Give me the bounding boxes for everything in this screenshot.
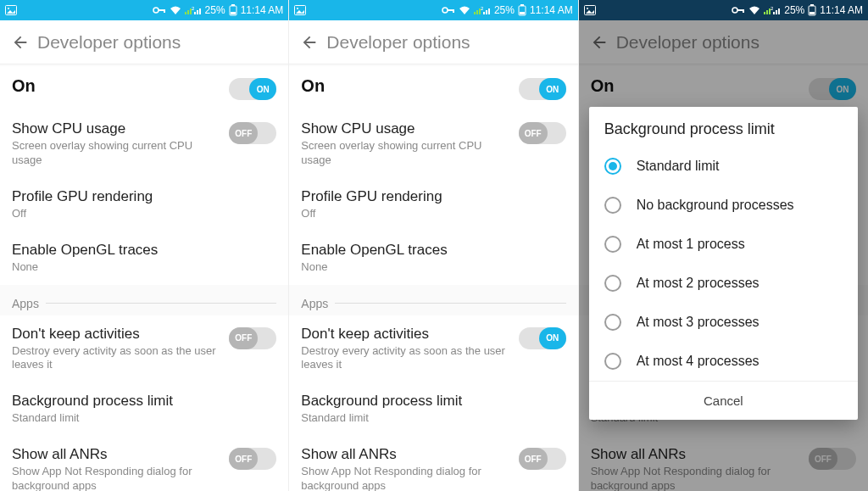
status-bar: 2 25% 11:14 AM	[289, 0, 577, 20]
option-2-processes[interactable]: At most 2 processes	[589, 264, 858, 303]
svg-rect-10	[197, 10, 198, 14]
master-toggle[interactable]: ON	[229, 78, 276, 100]
cpu-toggle[interactable]: OFF	[229, 122, 276, 144]
svg-text:2: 2	[771, 6, 774, 11]
dialog-title: Background process limit	[589, 107, 858, 147]
on-label: On	[12, 76, 220, 96]
keep-toggle[interactable]: ON	[519, 327, 566, 349]
battery-icon	[229, 4, 237, 16]
screen-3: 2 25% 11:14 AM Developer options On ON S…	[579, 0, 868, 491]
svg-rect-21	[476, 10, 478, 14]
cancel-button[interactable]: Cancel	[589, 381, 858, 420]
signal-icon: 2	[474, 6, 491, 15]
option-4-processes[interactable]: At most 4 processes	[589, 342, 858, 381]
radio-icon	[604, 275, 621, 292]
key-icon	[153, 6, 166, 14]
svg-rect-5	[185, 12, 186, 14]
row-cpu[interactable]: Show CPU usage Screen overlay showing cu…	[289, 110, 577, 178]
svg-point-17	[442, 8, 448, 13]
wifi-icon	[459, 6, 470, 15]
anr-toggle[interactable]: OFF	[229, 448, 276, 470]
wifi-icon	[748, 6, 760, 15]
bgl-title: Background process limit	[12, 393, 268, 410]
svg-rect-39	[773, 12, 775, 14]
anr-sub: Show App Not Responding dialog for backg…	[301, 465, 509, 491]
clock-text: 11:14 AM	[530, 4, 573, 16]
option-1-process[interactable]: At most 1 process	[589, 225, 858, 264]
svg-rect-43	[810, 4, 814, 6]
svg-rect-6	[187, 10, 189, 14]
svg-rect-4	[164, 9, 165, 13]
svg-rect-40	[776, 10, 777, 14]
status-bar: 2 25% 11:14 AM	[0, 0, 288, 20]
keep-title: Don't keep activities	[12, 326, 220, 343]
battery-text: 25%	[494, 4, 515, 16]
row-bg-limit[interactable]: Background process limit Standard limit	[289, 382, 577, 436]
svg-point-32	[732, 8, 737, 13]
row-keep-activities[interactable]: Don't keep activities Destroy every acti…	[289, 315, 577, 383]
image-icon	[584, 5, 596, 15]
svg-rect-26	[488, 8, 490, 14]
screen-1: 2 25% 11:14 AM Developer options On ON	[0, 0, 289, 491]
battery-text: 25%	[205, 4, 225, 16]
battery-icon	[808, 4, 816, 16]
wifi-icon	[170, 6, 181, 15]
screen-2: 2 25% 11:14 AM Developer options On ON S…	[289, 0, 578, 491]
svg-rect-44	[810, 12, 815, 14]
opengl-title: Enable OpenGL traces	[301, 242, 557, 259]
row-anr[interactable]: Show all ANRs Show App Not Responding di…	[289, 436, 577, 491]
keep-toggle[interactable]: OFF	[229, 327, 276, 349]
option-standard-limit[interactable]: Standard limit	[589, 147, 858, 186]
header: Developer options	[0, 20, 288, 64]
page-title: Developer options	[37, 32, 181, 53]
clock-text: 11:14 AM	[241, 4, 284, 16]
svg-rect-41	[778, 8, 780, 14]
row-gpu[interactable]: Profile GPU rendering Off	[0, 178, 288, 232]
row-bg-limit[interactable]: Background process limit Standard limit	[0, 382, 288, 436]
opengl-title: Enable OpenGL traces	[12, 242, 268, 259]
master-toggle-row: On ON	[0, 66, 288, 110]
gpu-title: Profile GPU rendering	[301, 188, 557, 205]
svg-rect-29	[520, 12, 525, 14]
page-title: Developer options	[326, 32, 470, 53]
row-opengl[interactable]: Enable OpenGL traces None	[0, 232, 288, 285]
option-no-bg[interactable]: No background processes	[589, 186, 858, 225]
master-toggle-row: On ON	[289, 66, 577, 110]
row-cpu[interactable]: Show CPU usage Screen overlay showing cu…	[0, 110, 288, 178]
cpu-toggle[interactable]: OFF	[519, 122, 566, 144]
radio-icon	[604, 197, 621, 214]
clock-text: 11:14 AM	[820, 4, 863, 16]
bg-limit-dialog: Background process limit Standard limit …	[589, 107, 858, 420]
svg-point-31	[587, 8, 588, 9]
radio-icon	[604, 158, 621, 175]
row-gpu[interactable]: Profile GPU rendering Off	[289, 178, 577, 232]
opengl-sub: None	[301, 260, 557, 275]
anr-title: Show all ANRs	[12, 446, 220, 463]
svg-text:2: 2	[481, 6, 484, 11]
anr-sub: Show App Not Responding dialog for backg…	[12, 465, 220, 491]
back-icon[interactable]	[298, 31, 321, 54]
option-3-processes[interactable]: At most 3 processes	[589, 303, 858, 342]
image-icon	[5, 5, 17, 15]
anr-toggle[interactable]: OFF	[519, 448, 566, 470]
on-label: On	[301, 76, 509, 96]
svg-rect-19	[453, 9, 454, 13]
row-keep-activities[interactable]: Don't keep activities Destroy every acti…	[0, 315, 288, 383]
row-anr[interactable]: Show all ANRs Show App Not Responding di…	[0, 436, 288, 491]
back-icon[interactable]	[8, 31, 32, 54]
image-icon	[294, 5, 306, 15]
master-toggle[interactable]: ON	[519, 78, 566, 100]
settings-list: On ON Show CPU usage Screen overlay show…	[0, 64, 288, 491]
gpu-sub: Off	[12, 207, 268, 221]
svg-rect-13	[231, 4, 235, 6]
bgl-title: Background process limit	[301, 393, 557, 410]
svg-rect-25	[486, 10, 487, 14]
radio-icon	[604, 314, 621, 331]
signal-icon: 2	[764, 6, 781, 15]
svg-text:2: 2	[192, 6, 195, 11]
keep-title: Don't keep activities	[301, 326, 509, 343]
signal-icon: 2	[185, 6, 202, 15]
row-opengl[interactable]: Enable OpenGL traces None	[289, 232, 577, 285]
opengl-sub: None	[12, 260, 268, 275]
svg-rect-11	[199, 8, 201, 14]
